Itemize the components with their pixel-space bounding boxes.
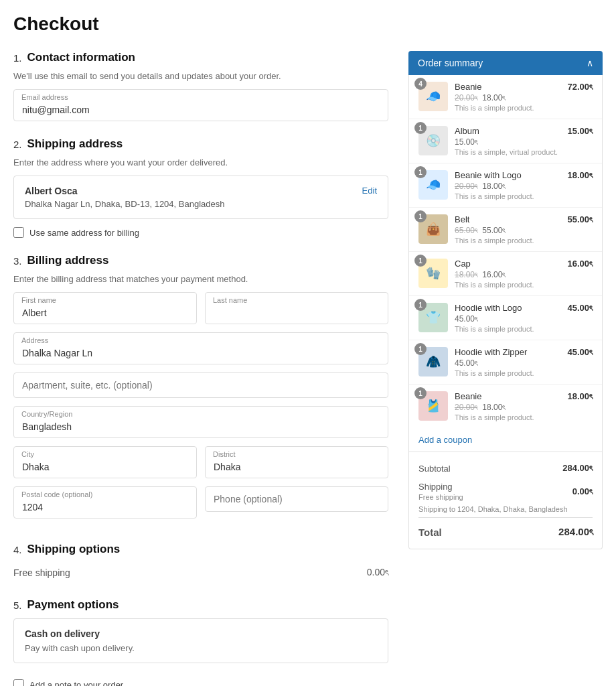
shipping-address-box: Albert Osca Dhalka Nagar Ln, Dhaka, BD-1… (13, 176, 388, 219)
country-label: Country/Region (21, 410, 72, 418)
apt-group (13, 372, 388, 398)
city-group: City (13, 446, 197, 478)
contact-section: 1. Contact information We'll use this em… (13, 51, 388, 121)
first-name-group: First name (13, 292, 197, 324)
item-thumbnail: 1 👜 (418, 214, 448, 244)
item-desc: This is a simple product. (455, 413, 560, 421)
order-item: 1 🧢 Beanie with Logo 20.00ৎ 18.00ৎ This … (409, 163, 602, 208)
shipping-option-price: 0.00ৎ (367, 567, 388, 578)
item-price-row: 15.00ৎ (455, 137, 560, 147)
item-name: Belt (455, 214, 560, 224)
item-name: Cap (455, 259, 560, 269)
item-details: Beanie with Logo 20.00ৎ 18.00ৎ This is a… (455, 170, 560, 200)
item-badge: 1 (414, 343, 427, 355)
add-coupon-link[interactable]: Add a coupon (418, 435, 472, 445)
item-details: Hoodie with Logo 45.00ৎ This is a simple… (455, 303, 560, 333)
city-input[interactable] (13, 446, 197, 478)
item-price-row: 18.00ৎ 16.00ৎ (455, 270, 560, 279)
order-item: 1 🧥 Hoodie with Zipper 45.00ৎ This is a … (409, 340, 602, 385)
address-label: Address (21, 336, 48, 344)
country-group: Country/Region (13, 406, 388, 438)
contact-desc: We'll use this email to send you details… (13, 71, 388, 81)
item-name: Beanie (455, 82, 560, 92)
item-badge: 1 (414, 387, 427, 399)
order-item: 4 🧢 Beanie 20.00ৎ 18.00ৎ This is a simpl… (409, 75, 602, 119)
item-badge: 1 (414, 255, 427, 267)
item-total: 72.00ৎ (567, 82, 593, 92)
order-summary-header[interactable]: Order summary ∧ (408, 51, 603, 75)
edit-address-link[interactable]: Edit (362, 186, 377, 196)
shipping-row: Shipping Free shipping 0.00ৎ (418, 478, 593, 505)
chevron-up-icon: ∧ (587, 58, 593, 68)
item-thumbnail: 1 💿 (418, 126, 448, 155)
order-summary: Order summary ∧ 4 🧢 Beanie 20.00ৎ 18.00ৎ… (408, 51, 603, 549)
item-details: Beanie 20.00ৎ 18.00ৎ This is a simple pr… (455, 82, 560, 112)
item-name: Hoodie with Zipper (455, 347, 560, 357)
item-badge: 1 (414, 210, 427, 222)
billing-section: 3. Billing address Enter the billing add… (13, 254, 388, 527)
add-note-label: Add a note to your order (29, 680, 123, 687)
item-desc: This is a simple product. (455, 236, 560, 245)
order-summary-title: Order summary (418, 58, 483, 68)
order-item: 1 👕 Hoodie with Logo 45.00ৎ This is a si… (409, 296, 602, 340)
order-item: 1 🎽 Beanie 20.00ৎ 18.00ৎ This is a simpl… (409, 385, 602, 428)
note-row: Add a note to your order (13, 679, 388, 686)
section-4-number: 4. (13, 544, 22, 555)
payment-method: Cash on delivery (25, 628, 377, 639)
shipping-method-label: Free shipping (418, 493, 463, 501)
section-5-title: Payment options (27, 598, 119, 612)
item-price-row: 20.00ৎ 18.00ৎ (455, 93, 560, 102)
item-thumbnail: 1 🧢 (418, 170, 448, 200)
shipping-options-section: 4. Shipping options Free shipping 0.00ৎ (13, 543, 388, 582)
item-total: 18.00ৎ (567, 391, 593, 402)
item-desc: This is a simple product. (455, 192, 560, 200)
shipping-address-summary: Shipping to 1204, Dhaka, Dhaka, Banglade… (418, 505, 593, 513)
postal-group: Postal code (optional) (13, 486, 197, 519)
first-name-label: First name (21, 296, 56, 304)
section-3-title: Billing address (27, 254, 109, 267)
section-2-number: 2. (13, 139, 22, 150)
summary-totals: Subtotal 284.00ৎ Shipping Free shipping … (409, 452, 602, 549)
item-details: Hoodie with Zipper 45.00ৎ This is a simp… (455, 347, 560, 377)
section-1-title: Contact information (27, 51, 136, 64)
item-desc: This is a simple, virtual product. (455, 148, 560, 156)
total-value: 284.00ৎ (558, 526, 593, 538)
section-3-number: 3. (13, 255, 22, 267)
item-price-row: 45.00ৎ (455, 314, 560, 324)
item-price-row: 65.00ৎ 55.00ৎ (455, 226, 560, 235)
postal-label: Postal code (optional) (21, 490, 92, 498)
item-desc: This is a simple product. (455, 369, 560, 377)
total-label: Total (418, 527, 442, 538)
item-desc: This is a simple product. (455, 281, 560, 289)
email-input[interactable] (13, 89, 388, 121)
item-total: 45.00ৎ (567, 347, 593, 358)
payment-box: Cash on delivery Pay with cash upon deli… (13, 618, 388, 663)
phone-input[interactable] (205, 486, 388, 512)
item-badge: 4 (414, 78, 427, 90)
shipping-value: 0.00ৎ (572, 486, 593, 497)
item-name: Hoodie with Logo (455, 303, 560, 313)
apt-input[interactable] (13, 372, 388, 398)
section-2-title: Shipping address (27, 137, 123, 151)
total-row: Total 284.00ৎ (418, 517, 593, 542)
address-input[interactable] (13, 332, 388, 364)
shipping-option-name: Free shipping (13, 567, 70, 578)
district-group: District (205, 446, 388, 478)
same-address-checkbox[interactable] (13, 227, 24, 238)
shipping-name: Albert Osca (25, 186, 78, 196)
item-price-row: 20.00ৎ 18.00ৎ (455, 182, 560, 191)
subtotal-label: Subtotal (418, 464, 451, 474)
district-label: District (213, 450, 236, 458)
add-note-checkbox[interactable] (13, 679, 24, 686)
same-address-row: Use same address for billing (13, 227, 388, 238)
item-details: Album 15.00ৎ This is a simple, virtual p… (455, 126, 560, 156)
address-group: Address (13, 332, 388, 364)
phone-group (205, 486, 388, 519)
item-thumbnail: 1 🧥 (418, 347, 448, 376)
item-badge: 1 (414, 166, 427, 178)
item-total: 16.00ৎ (567, 259, 593, 269)
item-total: 55.00ৎ (567, 214, 593, 225)
city-label: City (21, 450, 34, 458)
item-thumbnail: 1 🎽 (418, 391, 448, 421)
item-details: Belt 65.00ৎ 55.00ৎ This is a simple prod… (455, 214, 560, 245)
